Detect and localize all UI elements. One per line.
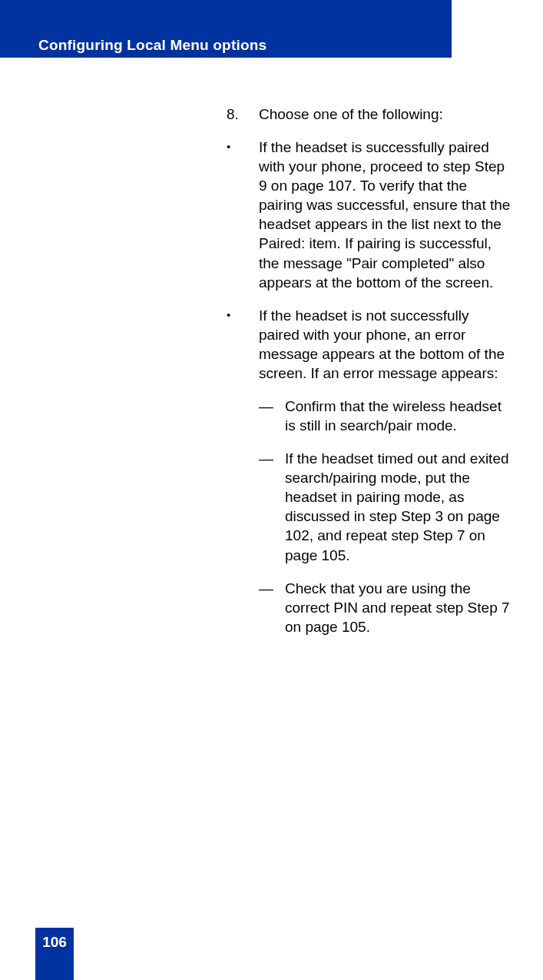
list-item: • If the headset is successfully paired … <box>227 138 512 292</box>
bullet-icon: • <box>227 306 259 383</box>
dash-icon: — <box>259 579 285 636</box>
page-number-badge: 106 <box>35 928 74 980</box>
content-area: 8. Choose one of the following: • If the… <box>227 105 512 650</box>
dash-text: Check that you are using the correct PIN… <box>285 579 512 636</box>
bullet-text: If the headset is successfully paired wi… <box>259 138 512 292</box>
list-item: — Check that you are using the correct P… <box>259 579 512 636</box>
step-text: Choose one of the following: <box>259 105 512 124</box>
list-item: — If the headset timed out and exited se… <box>259 449 512 564</box>
dash-text: Confirm that the wireless headset is sti… <box>285 397 512 435</box>
step-number: 8. <box>227 105 259 124</box>
list-item: — Confirm that the wireless headset is s… <box>259 397 512 435</box>
bullet-icon: • <box>227 138 259 292</box>
dash-text: If the headset timed out and exited sear… <box>285 449 512 564</box>
page-number: 106 <box>42 934 67 951</box>
bullet-text: If the headset is not successfully paire… <box>259 306 512 383</box>
step-row: 8. Choose one of the following: <box>227 105 512 124</box>
dash-icon: — <box>259 397 285 435</box>
page-header-title: Configuring Local Menu options <box>38 37 267 54</box>
dash-icon: — <box>259 449 285 564</box>
list-item: • If the headset is not successfully pai… <box>227 306 512 383</box>
